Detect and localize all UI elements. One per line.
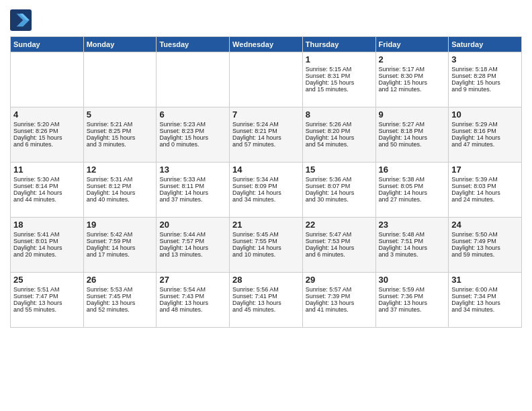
day-number: 12 xyxy=(87,165,154,175)
day-info: Daylight: 13 hours xyxy=(87,300,154,306)
day-info: and 27 minutes. xyxy=(379,196,446,203)
day-info: Sunset: 7:43 PM xyxy=(159,293,226,300)
day-number: 5 xyxy=(87,109,154,120)
day-info: Daylight: 15 hours xyxy=(159,134,226,141)
day-info: and 50 minutes. xyxy=(379,141,446,148)
day-info: Sunrise: 5:18 AM xyxy=(451,66,519,73)
day-number: 19 xyxy=(87,220,154,230)
day-cell xyxy=(11,52,84,107)
day-info: and 6 minutes. xyxy=(306,251,373,258)
day-cell xyxy=(83,52,157,107)
day-info: Sunset: 7:47 PM xyxy=(13,293,81,300)
day-number: 2 xyxy=(379,54,446,64)
day-number: 23 xyxy=(379,220,446,230)
day-cell: 29Sunrise: 5:57 AMSunset: 7:39 PMDayligh… xyxy=(302,273,375,328)
day-info: Sunset: 8:31 PM xyxy=(306,73,373,79)
day-info: Sunset: 7:53 PM xyxy=(306,238,373,244)
day-info: and 9 minutes. xyxy=(451,86,519,93)
day-number: 30 xyxy=(379,275,446,285)
day-cell: 18Sunrise: 5:41 AMSunset: 8:01 PMDayligh… xyxy=(11,218,84,273)
day-info: and 59 minutes. xyxy=(451,251,519,258)
day-cell: 4Sunrise: 5:20 AMSunset: 8:26 PMDaylight… xyxy=(11,107,84,163)
day-cell xyxy=(157,52,230,107)
day-info: Daylight: 14 hours xyxy=(159,189,226,196)
day-info: and 54 minutes. xyxy=(306,141,373,148)
day-info: Sunset: 7:57 PM xyxy=(159,238,226,244)
day-info: and 37 minutes. xyxy=(159,196,226,203)
week-row: 4Sunrise: 5:20 AMSunset: 8:26 PMDaylight… xyxy=(11,107,522,163)
day-info: Sunset: 8:14 PM xyxy=(13,183,81,189)
day-cell: 26Sunrise: 5:53 AMSunset: 7:45 PMDayligh… xyxy=(83,273,157,328)
day-info: Sunset: 7:34 PM xyxy=(451,293,519,300)
day-number: 28 xyxy=(232,275,300,285)
day-info: Sunset: 7:45 PM xyxy=(87,293,154,300)
day-info: Daylight: 14 hours xyxy=(306,244,373,251)
day-info: Daylight: 14 hours xyxy=(306,134,373,141)
day-number: 29 xyxy=(306,275,373,285)
day-info: Sunrise: 5:23 AM xyxy=(159,121,226,128)
day-info: Sunset: 8:28 PM xyxy=(451,73,519,79)
week-row: 18Sunrise: 5:41 AMSunset: 8:01 PMDayligh… xyxy=(11,218,522,273)
day-cell: 28Sunrise: 5:56 AMSunset: 7:41 PMDayligh… xyxy=(230,273,303,328)
day-number: 20 xyxy=(159,220,226,230)
day-number: 8 xyxy=(306,109,373,120)
day-info: Sunset: 7:51 PM xyxy=(379,238,446,244)
day-number: 1 xyxy=(306,54,373,64)
day-info: Daylight: 13 hours xyxy=(13,300,81,306)
day-info: Sunset: 8:03 PM xyxy=(451,183,519,189)
day-number: 24 xyxy=(451,220,519,230)
day-info: Sunrise: 5:27 AM xyxy=(379,121,446,128)
day-info: and 30 minutes. xyxy=(306,196,373,203)
header-row: SundayMondayTuesdayWednesdayThursdayFrid… xyxy=(11,37,522,52)
day-info: Sunrise: 5:24 AM xyxy=(232,121,300,128)
day-info: Daylight: 14 hours xyxy=(451,189,519,196)
day-info: and 17 minutes. xyxy=(87,251,154,258)
day-info: Sunrise: 5:39 AM xyxy=(451,176,519,183)
day-info: Sunset: 7:55 PM xyxy=(232,238,300,244)
day-info: Sunrise: 5:44 AM xyxy=(159,231,226,238)
day-cell: 25Sunrise: 5:51 AMSunset: 7:47 PMDayligh… xyxy=(11,273,84,328)
day-info: and 34 minutes. xyxy=(451,306,519,313)
day-cell: 12Sunrise: 5:31 AMSunset: 8:12 PMDayligh… xyxy=(83,163,157,218)
day-info: Sunrise: 5:48 AM xyxy=(379,231,446,238)
day-cell: 30Sunrise: 5:59 AMSunset: 7:36 PMDayligh… xyxy=(375,273,449,328)
day-number: 3 xyxy=(451,54,519,64)
day-number: 21 xyxy=(232,220,300,230)
day-info: Sunset: 8:21 PM xyxy=(232,128,300,134)
day-cell: 5Sunrise: 5:21 AMSunset: 8:25 PMDaylight… xyxy=(83,107,157,163)
day-number: 11 xyxy=(13,165,81,175)
day-info: Daylight: 13 hours xyxy=(451,300,519,306)
day-info: Sunrise: 5:17 AM xyxy=(379,66,446,73)
day-info: Sunset: 8:05 PM xyxy=(379,183,446,189)
day-number: 10 xyxy=(451,109,519,120)
day-cell: 7Sunrise: 5:24 AMSunset: 8:21 PMDaylight… xyxy=(230,107,303,163)
day-info: Sunrise: 5:20 AM xyxy=(13,121,81,128)
day-info: and 13 minutes. xyxy=(159,251,226,258)
day-cell: 1Sunrise: 5:15 AMSunset: 8:31 PMDaylight… xyxy=(302,52,375,107)
day-cell: 19Sunrise: 5:42 AMSunset: 7:59 PMDayligh… xyxy=(83,218,157,273)
day-info: and 47 minutes. xyxy=(451,141,519,148)
day-number: 13 xyxy=(159,165,226,175)
day-info: and 37 minutes. xyxy=(379,306,446,313)
day-number: 4 xyxy=(13,109,81,120)
week-row: 25Sunrise: 5:51 AMSunset: 7:47 PMDayligh… xyxy=(11,273,522,328)
day-info: Daylight: 13 hours xyxy=(159,300,226,306)
day-number: 16 xyxy=(379,165,446,175)
header-cell: Saturday xyxy=(449,37,522,52)
day-info: Daylight: 14 hours xyxy=(379,244,446,251)
day-info: Daylight: 13 hours xyxy=(306,300,373,306)
day-info: Sunset: 7:39 PM xyxy=(306,293,373,300)
day-number: 27 xyxy=(159,275,226,285)
day-cell: 2Sunrise: 5:17 AMSunset: 8:30 PMDaylight… xyxy=(375,52,449,107)
day-cell: 10Sunrise: 5:29 AMSunset: 8:16 PMDayligh… xyxy=(449,107,522,163)
day-info: Sunrise: 5:50 AM xyxy=(451,231,519,238)
header-cell: Tuesday xyxy=(157,37,230,52)
header-cell: Thursday xyxy=(302,37,375,52)
day-info: Daylight: 14 hours xyxy=(87,244,154,251)
day-info: Daylight: 15 hours xyxy=(306,79,373,86)
day-info: and 24 minutes. xyxy=(451,196,519,203)
day-info: and 6 minutes. xyxy=(13,141,81,148)
day-info: Daylight: 14 hours xyxy=(379,134,446,141)
day-info: and 45 minutes. xyxy=(232,306,300,313)
day-cell: 22Sunrise: 5:47 AMSunset: 7:53 PMDayligh… xyxy=(302,218,375,273)
